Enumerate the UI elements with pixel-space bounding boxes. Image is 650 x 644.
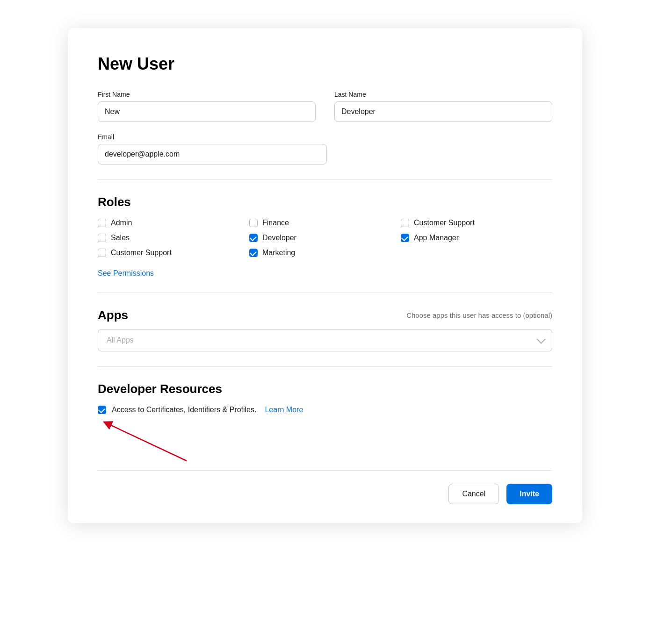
app-manager-checkbox[interactable] xyxy=(401,234,409,242)
developer-resources-title: Developer Resources xyxy=(98,382,552,396)
roles-grid: Admin Finance Customer Support Sales Dev… xyxy=(98,219,552,257)
last-name-group: Last Name xyxy=(334,91,552,122)
first-name-label: First Name xyxy=(98,91,316,98)
role-developer: Developer xyxy=(249,234,401,242)
access-reports-checkbox[interactable] xyxy=(401,219,409,227)
roles-section: Roles Admin Finance Customer Support Sal… xyxy=(98,195,552,278)
finance-checkbox[interactable] xyxy=(249,219,258,227)
role-marketing: Marketing xyxy=(249,249,401,257)
marketing-checkbox[interactable] xyxy=(249,249,258,257)
apps-dropdown[interactable]: All Apps xyxy=(98,329,552,351)
svg-line-0 xyxy=(107,423,187,461)
first-name-group: First Name xyxy=(98,91,316,122)
role-access-reports: Customer Support xyxy=(401,219,552,227)
divider-3 xyxy=(98,366,552,367)
email-row: Email xyxy=(98,133,552,165)
customer-support-label: Customer Support xyxy=(111,249,172,257)
admin-checkbox[interactable] xyxy=(98,219,106,227)
access-reports-label: Customer Support xyxy=(414,219,475,227)
apps-dropdown-placeholder: All Apps xyxy=(107,336,134,344)
first-name-input[interactable] xyxy=(98,101,316,122)
new-user-modal: New User First Name Last Name Email Role… xyxy=(68,28,582,523)
annotation-arrow xyxy=(84,409,224,465)
last-name-label: Last Name xyxy=(334,91,552,98)
finance-label: Finance xyxy=(262,219,289,227)
admin-label: Admin xyxy=(111,219,132,227)
name-row: First Name Last Name xyxy=(98,91,552,122)
role-finance: Finance xyxy=(249,219,401,227)
apps-header: Apps Choose apps this user has access to… xyxy=(98,308,552,322)
marketing-label: Marketing xyxy=(262,249,295,257)
email-label: Email xyxy=(98,133,327,141)
roles-title: Roles xyxy=(98,195,552,209)
role-sales: Sales xyxy=(98,234,249,242)
sales-checkbox[interactable] xyxy=(98,234,106,242)
apps-subtitle: Choose apps this user has access to (opt… xyxy=(406,311,552,319)
divider-2 xyxy=(98,293,552,293)
developer-checkbox[interactable] xyxy=(249,234,258,242)
customer-support-checkbox[interactable] xyxy=(98,249,106,257)
footer: Cancel Invite xyxy=(98,470,552,504)
last-name-input[interactable] xyxy=(334,101,552,122)
divider-1 xyxy=(98,179,552,180)
page-title: New User xyxy=(98,54,552,74)
role-customer-support: Customer Support xyxy=(98,249,249,257)
developer-label: Developer xyxy=(262,234,296,242)
learn-more-link[interactable]: Learn More xyxy=(265,406,303,414)
email-group: Email xyxy=(98,133,327,165)
email-input[interactable] xyxy=(98,144,327,165)
chevron-down-icon xyxy=(536,335,546,344)
apps-title: Apps xyxy=(98,308,128,322)
sales-label: Sales xyxy=(111,234,130,242)
annotation-area xyxy=(98,414,552,451)
invite-button[interactable]: Invite xyxy=(506,484,552,504)
app-manager-label: App Manager xyxy=(414,234,459,242)
cancel-button[interactable]: Cancel xyxy=(448,484,499,504)
see-permissions-link[interactable]: See Permissions xyxy=(98,269,154,278)
role-admin: Admin xyxy=(98,219,249,227)
role-app-manager: App Manager xyxy=(401,234,552,242)
apps-section: Apps Choose apps this user has access to… xyxy=(98,308,552,351)
